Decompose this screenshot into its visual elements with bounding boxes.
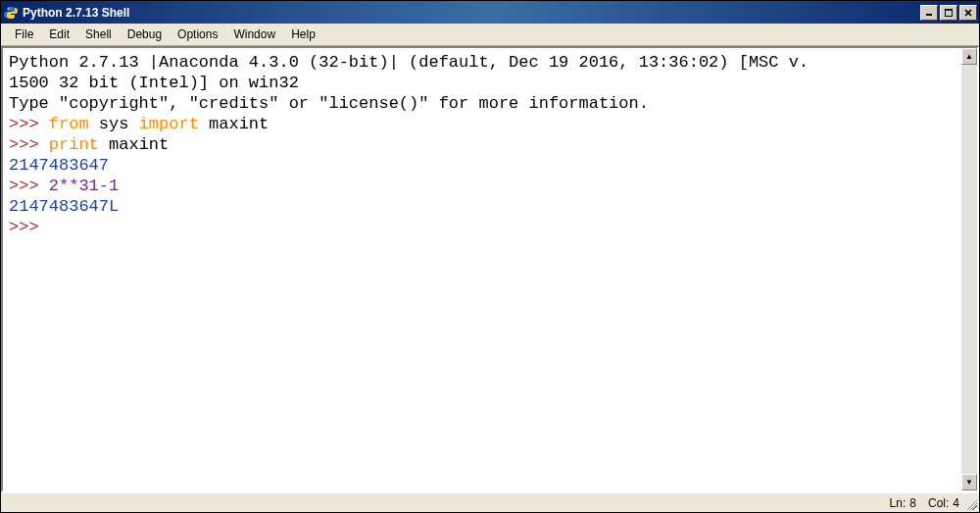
- svg-point-0: [8, 8, 9, 9]
- resize-grip-icon[interactable]: [964, 497, 977, 510]
- keyword-print: print: [49, 135, 99, 154]
- banner-line: Type "copyright", "credits" or "license(…: [9, 94, 649, 113]
- menu-file[interactable]: File: [7, 25, 41, 44]
- menu-window[interactable]: Window: [225, 25, 283, 44]
- prompt: >>>: [9, 218, 49, 236]
- minimize-button[interactable]: [920, 5, 938, 21]
- window-controls: [920, 5, 977, 21]
- svg-point-1: [12, 16, 13, 17]
- menu-help[interactable]: Help: [283, 25, 323, 44]
- scroll-track[interactable]: [961, 65, 977, 474]
- status-col-label: Col:: [928, 496, 949, 510]
- maximize-button[interactable]: [940, 5, 957, 21]
- keyword-import: import: [139, 115, 199, 133]
- close-button[interactable]: [959, 5, 977, 21]
- status-line-label: Ln:: [890, 496, 906, 510]
- menu-debug[interactable]: Debug: [120, 25, 170, 44]
- keyword-from: from: [49, 115, 89, 133]
- code-text: maxint: [199, 115, 269, 133]
- status-col-value: 4: [953, 496, 959, 510]
- scroll-up-button[interactable]: ▲: [961, 48, 977, 65]
- status-bar: Ln: 8 Col: 4: [1, 492, 979, 512]
- prompt: >>>: [9, 115, 49, 133]
- banner-line: 1500 32 bit (Intel)] on win32: [9, 74, 299, 92]
- window-title: Python 2.7.13 Shell: [23, 6, 920, 20]
- menu-shell[interactable]: Shell: [77, 25, 120, 44]
- code-expr: 2**31-1: [49, 177, 119, 195]
- menu-options[interactable]: Options: [170, 25, 225, 44]
- status-line-value: 8: [909, 496, 916, 510]
- editor-area: Python 2.7.13 |Anaconda 4.3.0 (32-bit)| …: [1, 46, 979, 492]
- output-value: 2147483647: [9, 156, 109, 175]
- prompt: >>>: [9, 135, 49, 154]
- shell-output[interactable]: Python 2.7.13 |Anaconda 4.3.0 (32-bit)| …: [3, 48, 960, 490]
- banner-line: Python 2.7.13 |Anaconda 4.3.0 (32-bit)| …: [9, 53, 808, 72]
- code-text: sys: [89, 115, 139, 133]
- python-icon: [3, 5, 19, 21]
- vertical-scrollbar[interactable]: ▲ ▼: [960, 48, 977, 490]
- prompt: >>>: [9, 177, 49, 195]
- menu-bar: File Edit Shell Debug Options Window Hel…: [1, 24, 979, 46]
- title-bar: Python 2.7.13 Shell: [1, 1, 979, 24]
- menu-edit[interactable]: Edit: [41, 25, 77, 44]
- code-text: maxint: [99, 135, 169, 154]
- scroll-down-button[interactable]: ▼: [961, 474, 977, 490]
- output-value: 2147483647L: [9, 197, 119, 216]
